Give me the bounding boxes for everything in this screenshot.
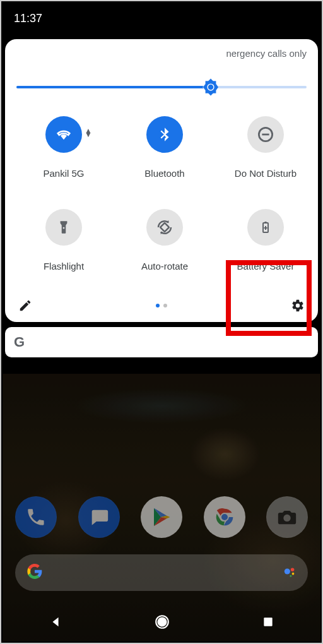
tile-label: Do Not Disturb: [235, 168, 297, 179]
dock-app-camera[interactable]: [266, 496, 308, 538]
qs-tile-dnd[interactable]: Do Not Disturb: [218, 116, 313, 179]
nav-recents-button[interactable]: [262, 616, 274, 631]
app-dock: [15, 496, 308, 538]
page-dot[interactable]: [156, 304, 160, 307]
nav-home-button[interactable]: [154, 614, 170, 633]
flashlight-icon[interactable]: [45, 209, 82, 246]
dock-app-messages[interactable]: [78, 496, 120, 538]
tile-icon-wrap: [247, 209, 284, 261]
svg-point-4: [285, 568, 290, 574]
brightness-fill: [16, 86, 211, 88]
status-time: 11:37: [14, 12, 42, 25]
dnd-icon[interactable]: [247, 116, 284, 153]
dock-app-chrome[interactable]: [204, 496, 245, 538]
tile-label: Flashlight: [44, 261, 84, 271]
svg-rect-19: [265, 222, 267, 223]
navigation-bar: [3, 605, 320, 641]
tile-label: Pankil 5G: [43, 168, 84, 179]
quick-settings-tiles: ▲▼Pankil 5GBluetoothDo Not DisturbFlashl…: [16, 116, 307, 271]
edit-tiles-button[interactable]: [16, 297, 34, 314]
svg-point-7: [290, 575, 291, 577]
svg-point-16: [63, 227, 65, 229]
tile-label: Bluetooth: [144, 168, 184, 179]
svg-point-9: [158, 618, 166, 626]
tile-icon-wrap: [247, 116, 284, 168]
autorotate-icon[interactable]: [146, 209, 183, 246]
dock-app-play[interactable]: [141, 496, 182, 538]
status-bar: 11:37: [1, 1, 322, 35]
chevron-expand-icon[interactable]: ▲▼: [85, 129, 92, 136]
tile-label: Battery Saver: [237, 261, 295, 271]
assistant-icon: [283, 564, 297, 581]
wifi-icon[interactable]: [45, 116, 82, 153]
page-indicator: [156, 304, 167, 307]
svg-point-3: [283, 515, 290, 522]
tile-icon-wrap: ▲▼: [45, 116, 82, 168]
tile-label: Auto-rotate: [141, 261, 188, 271]
qs-tile-autorotate[interactable]: Auto-rotate: [117, 209, 212, 271]
svg-point-5: [291, 568, 295, 572]
qs-tile-flashlight[interactable]: Flashlight: [16, 209, 111, 271]
nav-back-button[interactable]: [49, 615, 62, 631]
tile-icon-wrap: [45, 209, 82, 261]
google-g-icon: [26, 563, 43, 582]
device-frame: 11:37 nergency calls only: [1, 1, 322, 643]
home-search-bar[interactable]: [15, 554, 308, 591]
brightness-slider[interactable]: [16, 80, 307, 95]
quick-settings-panel: nergency calls only ▲▼Pankil 5GBluetooth…: [5, 39, 318, 322]
brightness-thumb-icon[interactable]: [201, 78, 220, 97]
brightness-track: [16, 86, 307, 88]
carrier-text: nergency calls only: [16, 48, 307, 66]
google-search-row[interactable]: G: [5, 327, 318, 357]
svg-point-6: [292, 573, 295, 575]
qs-tile-wifi[interactable]: ▲▼Pankil 5G: [16, 116, 111, 179]
qs-tile-battery[interactable]: Battery Saver: [218, 209, 313, 271]
battery-icon[interactable]: [247, 209, 284, 246]
qs-tile-bluetooth[interactable]: Bluetooth: [117, 116, 212, 179]
tile-icon-wrap: [146, 116, 183, 168]
dock-app-phone[interactable]: [15, 496, 57, 538]
page-dot[interactable]: [163, 304, 167, 307]
quick-settings-footer: [16, 297, 307, 314]
google-g-icon: G: [14, 334, 25, 350]
settings-button[interactable]: [289, 297, 307, 314]
tile-icon-wrap: [146, 209, 183, 261]
svg-point-13: [208, 85, 214, 90]
svg-rect-17: [160, 223, 169, 232]
svg-rect-10: [264, 617, 273, 626]
bluetooth-icon[interactable]: [146, 116, 183, 153]
